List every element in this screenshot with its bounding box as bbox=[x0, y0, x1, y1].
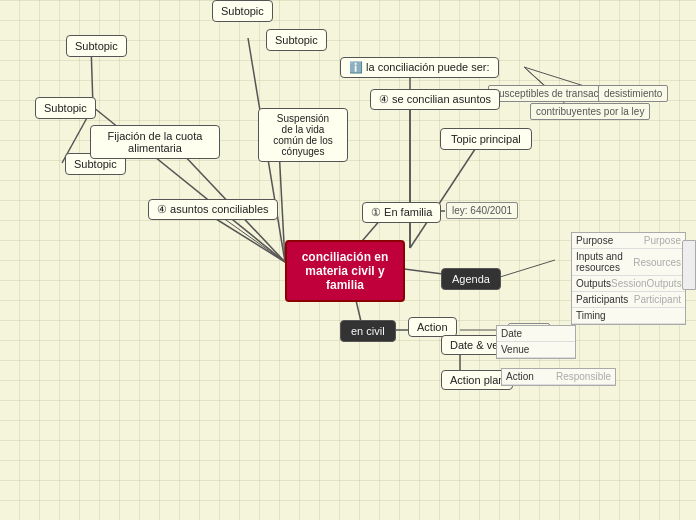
desistimiento-node[interactable]: desistimiento bbox=[598, 85, 668, 102]
conciliacion-puede-node[interactable]: ℹ️ la conciliación puede ser: bbox=[340, 57, 499, 78]
subtopic-top2-node[interactable]: Subtopic bbox=[266, 29, 327, 51]
agenda-panel: Purpose Purpose Inputs and resources Res… bbox=[571, 232, 686, 325]
participants-row: Participants Participant bbox=[572, 292, 685, 308]
date-row: Date bbox=[497, 326, 575, 342]
fijacion-node[interactable]: Fijación de la cuota alimentaria bbox=[90, 125, 220, 159]
venue-row: Venue bbox=[497, 342, 575, 358]
action-plan-panel: Action Responsible bbox=[501, 368, 616, 386]
outputs-row: Outputs Session Outputs bbox=[572, 276, 685, 292]
main-topic-node[interactable]: conciliación enmateria civil yfamilia bbox=[285, 240, 405, 302]
agenda-node[interactable]: Agenda bbox=[441, 268, 501, 290]
subtopic-left1-node[interactable]: Subtopic bbox=[66, 35, 127, 57]
asuntos-conciliables-node[interactable]: ④ asuntos conciliables bbox=[148, 199, 278, 220]
mind-map-canvas: conciliación enmateria civil yfamilia ℹ️… bbox=[0, 0, 696, 520]
action-node[interactable]: Action bbox=[408, 317, 457, 337]
svg-line-1 bbox=[500, 260, 555, 277]
number-4-icon: ④ bbox=[379, 93, 389, 105]
svg-line-9 bbox=[410, 137, 483, 248]
purpose-row: Purpose Purpose bbox=[572, 233, 685, 249]
number-4-asuntos-icon: ④ bbox=[157, 203, 167, 215]
inputs-row: Inputs and resources Resources bbox=[572, 249, 685, 276]
number-1-familia-icon: ① bbox=[371, 206, 381, 218]
timing-row: Timing bbox=[572, 308, 685, 324]
subtopic-left2-node[interactable]: Subtopic bbox=[35, 97, 96, 119]
en-familia-node[interactable]: ① En familia bbox=[362, 202, 441, 223]
date-venue-panel: Date Venue bbox=[496, 325, 576, 359]
action-plan-row: Action Responsible bbox=[502, 369, 615, 385]
topic-principal-node[interactable]: Topic principal bbox=[440, 128, 532, 150]
en-civil-node[interactable]: en civil bbox=[340, 320, 396, 342]
number-icon: ℹ️ bbox=[349, 61, 363, 73]
subtopic-top-node[interactable]: Subtopic bbox=[212, 0, 273, 22]
suspension-node[interactable]: Suspensiónde la vidacomún de loscónyuges bbox=[258, 108, 348, 162]
ley-node[interactable]: ley: 640/2001 bbox=[446, 202, 518, 219]
se-concilian-node[interactable]: ④ se concilian asuntos bbox=[370, 89, 500, 110]
right-tab[interactable] bbox=[682, 240, 696, 290]
contribuyentes-node[interactable]: contribuyentes por la ley bbox=[530, 103, 650, 120]
